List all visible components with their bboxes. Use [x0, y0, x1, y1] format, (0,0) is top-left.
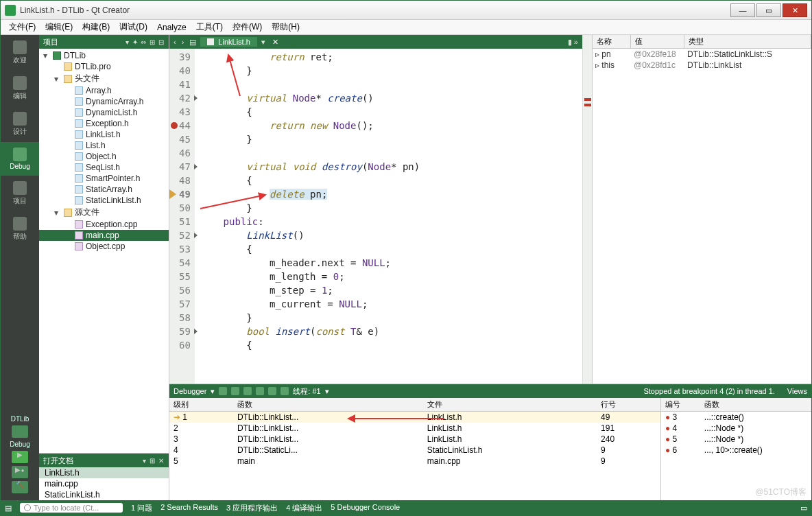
output-panel-tab[interactable]: 2 Search Results [160, 503, 218, 513]
locals-row[interactable]: ▹ this@0x28fd1cDTLib::LinkList [593, 60, 811, 71]
tree-node[interactable]: ▾源文件 [39, 206, 169, 219]
tree-node[interactable]: DynamicArray.h [39, 96, 169, 107]
output-panel-tab[interactable]: 3 应用程序输出 [226, 503, 278, 513]
status-progress-icon[interactable]: ▭ [800, 504, 807, 513]
mode-debug[interactable]: Debug [1, 142, 39, 176]
debugger-selector-icon[interactable]: ▾ [211, 387, 215, 396]
stack-row[interactable]: 4DTLib::StaticLi...StaticLinkList.h9 [169, 445, 660, 456]
tree-node[interactable]: Exception.h [39, 118, 169, 129]
tree-node[interactable]: main.cpp [39, 230, 169, 241]
mode-help[interactable]: 帮助 [1, 211, 39, 247]
stack-row[interactable]: 5mainmain.cpp9 [169, 456, 660, 467]
mode-welcome[interactable]: 欢迎 [1, 35, 39, 71]
build-button[interactable]: 🔨 [12, 481, 28, 493]
tree-node[interactable]: LinkList.h [39, 129, 169, 140]
locals-view[interactable]: 名称 值 类型 ▹ pn@0x28fe18DTLib::StaticLinkLi… [592, 35, 811, 384]
tree-node[interactable]: Object.cpp [39, 241, 169, 252]
project-tree[interactable]: ▾DTLibDTLib.pro▾头文件Array.hDynamicArray.h… [39, 49, 169, 453]
stack-row[interactable]: 3DTLib::LinkList...LinkList.h240 [169, 434, 660, 445]
kit-selector[interactable] [12, 425, 28, 438]
thread-dropdown-icon[interactable]: ▾ [325, 387, 329, 396]
tree-node[interactable]: List.h [39, 140, 169, 151]
editor-split[interactable]: ▮ » [566, 38, 580, 47]
app-icon [5, 5, 16, 16]
tree-node[interactable]: ▾头文件 [39, 72, 169, 85]
tree-node[interactable]: StaticArray.h [39, 184, 169, 195]
locals-row[interactable]: ▹ pn@0x28fe18DTLib::StaticLinkList::S [593, 49, 811, 60]
locator-input[interactable]: Type to locate (Ct... [20, 503, 123, 513]
code-editor[interactable]: 3940414243444546474849505152535455565758… [169, 49, 582, 384]
output-panel-tab[interactable]: 5 Debugger Console [331, 503, 400, 513]
menu-item[interactable]: 工具(T) [192, 20, 227, 34]
dbg-stop-icon[interactable] [231, 387, 239, 395]
dbg-continue-icon[interactable] [219, 387, 227, 395]
debugger-bottom: Debugger ▾ 线程: #1 ▾ Stopped at breakpoin… [169, 384, 811, 500]
tree-node[interactable]: Array.h [39, 85, 169, 96]
project-pane-controls[interactable]: ▾ ✦ ⇔ ⊞ ⊟ [126, 38, 165, 46]
dbg-step-out-icon[interactable] [268, 387, 276, 395]
tree-node[interactable]: DynamicList.h [39, 107, 169, 118]
debugger-views[interactable]: Views [787, 387, 807, 395]
tree-node[interactable]: Exception.cpp [39, 219, 169, 230]
menu-item[interactable]: 构建(B) [78, 20, 114, 34]
tab-close[interactable]: ✕ [270, 38, 281, 47]
dbg-step-into-icon[interactable] [256, 387, 264, 395]
tree-node[interactable]: Object.h [39, 151, 169, 162]
open-docs-title: 打开文档 [43, 456, 73, 466]
tree-node[interactable]: SmartPointer.h [39, 173, 169, 184]
window-titlebar: LinkList.h - DTLib - Qt Creator — ▭ ✕ [1, 1, 811, 20]
tree-node[interactable]: StaticLinkList.h [39, 195, 169, 206]
open-doc[interactable]: main.cpp [39, 478, 169, 489]
search-icon [24, 504, 31, 511]
close-button[interactable]: ✕ [783, 3, 807, 17]
run-button[interactable]: ▶ [12, 451, 28, 463]
output-panel-tab[interactable]: 1 问题 [131, 503, 152, 513]
tab-nav-back[interactable]: ‹ [172, 38, 178, 46]
tab-label: LinkList.h [218, 38, 250, 46]
stack-view[interactable]: 级别函数文件行号 ➔ 1DTLib::LinkList...LinkList.h… [169, 398, 660, 500]
breakpoint-row[interactable]: ● 6..., 10>::create() [661, 445, 811, 456]
menu-item[interactable]: 文件(F) [5, 20, 40, 34]
mode-projects[interactable]: 项目 [1, 176, 39, 211]
locals-col-value[interactable]: 值 [631, 35, 684, 48]
menu-item[interactable]: 帮助(H) [267, 20, 304, 34]
debug-button[interactable]: ▶⬥ [12, 466, 28, 478]
maximize-button[interactable]: ▭ [756, 3, 781, 17]
mode-edit[interactable]: 编辑 [1, 71, 39, 106]
file-icon [207, 38, 214, 45]
minimize-button[interactable]: — [730, 3, 755, 17]
tab-dropdown[interactable]: ▾ [260, 38, 267, 47]
editor-tabbar: ‹ › ▤ LinkList.h ▾ ✕ ▮ » [169, 35, 582, 49]
tab-nav-fwd[interactable]: › [180, 38, 186, 46]
editor-scroll-overview[interactable] [582, 35, 592, 384]
status-menu-icon[interactable]: ▤ [5, 504, 12, 513]
open-doc[interactable]: LinkList.h [39, 467, 169, 478]
locals-col-type[interactable]: 类型 [684, 35, 811, 48]
breakpoints-view[interactable]: 编号函数 ● 3...::create()● 4...::Node *)● 5.… [660, 398, 811, 500]
dbg-step-over-icon[interactable] [243, 387, 252, 395]
breakpoint-row[interactable]: ● 5...::Node *) [661, 434, 811, 445]
menu-item[interactable]: Analyze [153, 21, 191, 34]
locals-col-name[interactable]: 名称 [593, 35, 631, 48]
project-pane-title: 项目 [43, 37, 58, 47]
output-panel-tab[interactable]: 4 编译输出 [286, 503, 322, 513]
tree-node[interactable]: DTLib.pro [39, 61, 169, 72]
mode-selector: 欢迎编辑设计Debug项目帮助 DTLibDebug▶▶⬥🔨 [1, 35, 39, 500]
menu-item[interactable]: 编辑(E) [41, 20, 77, 34]
mode-design[interactable]: 设计 [1, 106, 39, 142]
side-navigator: 项目 ▾ ✦ ⇔ ⊞ ⊟ ▾DTLibDTLib.pro▾头文件Array.hD… [39, 35, 169, 500]
tree-node[interactable]: ▾DTLib [39, 50, 169, 61]
dbg-restart-icon[interactable] [280, 387, 289, 395]
tree-node[interactable]: SeqList.h [39, 162, 169, 173]
open-docs-controls[interactable]: ▾ ⊞ ✕ [143, 457, 165, 465]
menu-item[interactable]: 控件(W) [228, 20, 266, 34]
tab-nav-list[interactable]: ▤ [188, 38, 198, 47]
tab-linklist-h[interactable]: LinkList.h [200, 37, 256, 47]
breakpoint-row[interactable]: ● 4...::Node *) [661, 423, 811, 434]
debugger-label: Debugger [174, 387, 206, 395]
debugger-thread[interactable]: 线程: #1 [293, 386, 320, 397]
open-doc[interactable]: StaticLinkList.h [39, 489, 169, 500]
menu-item[interactable]: 调试(D) [115, 20, 152, 34]
breakpoint-row[interactable]: ● 3...::create() [661, 412, 811, 423]
debugger-status: Stopped at breakpoint 4 (2) in thread 1. [643, 387, 774, 395]
